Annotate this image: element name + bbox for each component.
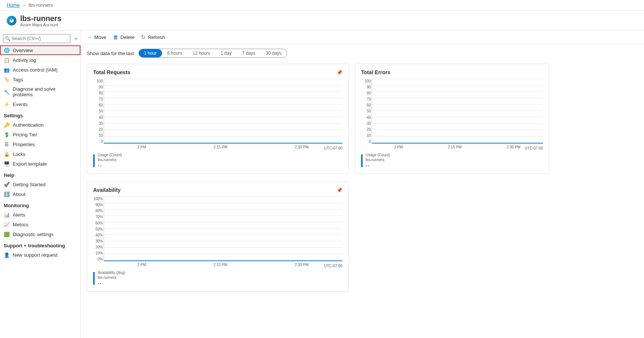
command-bar: →Move 🗑Delete ↻Refresh [81,30,644,44]
legend-value: -- [98,162,122,169]
nav-group-help: Help [0,169,80,179]
nav-label: Access control (IAM) [13,67,58,73]
page-subtitle: Azure Maps Account [20,22,61,27]
availability-card: Availability 📌 100%90%80%70%60%50%40%30%… [87,181,349,292]
sidebar-item-events[interactable]: ⚡Events [0,99,80,109]
nav-icon: 🚀 [4,181,10,187]
nav-label: About [13,191,25,197]
pin-icon[interactable]: 📌 [336,70,342,75]
sidebar-item-tags[interactable]: 🏷️Tags [0,75,80,84]
move-icon: → [87,34,92,40]
total-requests-card: Total Requests 📌 10090807060504030201002… [87,64,349,174]
page-title: lbs-runners [20,14,61,22]
search-icon: 🔍 [5,36,10,41]
legend-color-bar [93,154,95,167]
nav-label: Properties [13,142,35,147]
nav-group-monitoring: Monitoring [0,199,80,210]
nav-label: Locks [13,151,25,157]
nav-label: Pricing Tier [13,132,37,138]
time-option-1-day[interactable]: 1 day [216,49,237,57]
azure-maps-icon [7,16,16,25]
nav-icon: 📊 [4,212,10,218]
time-range-pill: 1 hour6 hours12 hours1 day7 days30 days [138,49,287,58]
time-option-12-hours[interactable]: 12 hours [187,49,216,57]
legend-resource: lbs-runners [366,157,390,162]
sidebar-item-properties[interactable]: ☰Properties [0,139,80,149]
refresh-icon: ↻ [141,34,146,40]
breadcrumb: Home › lbs-runners [0,0,644,10]
resource-header: lbs-runners Azure Maps Account [0,10,644,30]
search-input[interactable] [3,34,70,43]
nav-icon: 🔧 [4,89,10,95]
sidebar-item-activity-log[interactable]: 📋Activity log [0,55,80,65]
legend-value: -- [366,162,390,169]
nav-label: Export template [13,161,47,167]
sidebar-item-locks[interactable]: 🔒Locks [0,149,80,159]
nav-icon: 🖥️ [4,161,10,167]
nav-icon: 🔒 [4,151,10,157]
sidebar-item-alerts[interactable]: 📊Alerts [0,210,80,220]
sidebar: 🔍 « 🌐Overview📋Activity log👥Access contro… [0,30,81,338]
total-errors-chart[interactable]: 10090807060504030201002 PM2:15 PM2:30 PM… [372,79,543,150]
nav-label: Alerts [13,212,25,218]
pin-icon[interactable]: 📌 [336,187,342,193]
sidebar-item-new-support-request[interactable]: 👤New support request [0,250,80,260]
time-range-selector: Show data for the last 1 hour6 hours12 h… [81,44,644,61]
legend-resource: lbs-runners [98,275,125,280]
availability-chart[interactable]: 100%90%80%70%60%50%40%30%20%10%0%2 PM2:1… [104,197,342,268]
nav-group-support-troubleshooting: Support + troubleshooting [0,239,80,250]
nav-icon: 📈 [4,221,10,227]
sidebar-item-access-control-iam-[interactable]: 👥Access control (IAM) [0,65,80,75]
nav-label: Tags [13,77,23,82]
nav-icon: 🌐 [4,47,10,53]
legend-resource: lbs-runners [98,157,122,162]
legend-color-bar [361,154,363,167]
legend-series: Usage (Count) [366,153,390,157]
nav-label: Diagnostic settings [13,232,54,237]
sidebar-item-about[interactable]: ℹ️About [0,189,80,199]
sidebar-item-overview[interactable]: 🌐Overview [0,45,80,55]
delete-button[interactable]: 🗑Delete [113,34,135,40]
nav-label: New support request [13,252,58,258]
time-option-1-hour[interactable]: 1 hour [139,49,162,57]
nav-icon: 💲 [4,132,10,138]
nav-label: Events [13,102,28,107]
breadcrumb-current: lbs-runners [28,2,53,8]
breadcrumb-home[interactable]: Home [7,2,20,8]
sidebar-item-pricing-tier[interactable]: 💲Pricing Tier [0,130,80,139]
sidebar-item-authentication[interactable]: 🔑Authentication [0,120,80,130]
nav-icon: ℹ️ [4,191,10,197]
move-button[interactable]: →Move [87,34,106,40]
time-range-label: Show data for the last [87,51,134,56]
legend-value: -- [98,280,125,287]
nav-icon: ⚡ [4,101,10,107]
legend-color-bar [93,272,95,285]
sidebar-item-diagnose-and-solve-problems[interactable]: 🔧Diagnose and solve problems [0,84,80,99]
collapse-sidebar-button[interactable]: « [75,36,77,41]
sidebar-item-metrics[interactable]: 📈Metrics [0,220,80,229]
total-requests-chart[interactable]: 10090807060504030201002 PM2:15 PM2:30 PM… [104,79,342,150]
nav-icon: 📋 [4,57,10,63]
card-title: Total Errors [361,69,390,75]
card-title: Availability [93,187,120,193]
refresh-button[interactable]: ↻Refresh [141,34,165,40]
sidebar-item-getting-started[interactable]: 🚀Getting Started [0,179,80,189]
time-option-6-hours[interactable]: 6 hours [162,49,187,57]
nav-icon: 🏷️ [4,76,10,82]
nav-label: Metrics [13,222,28,227]
nav-icon: 👥 [4,67,10,73]
total-errors-card: Total Errors 10090807060504030201002 PM2… [355,64,549,174]
time-option-7-days[interactable]: 7 days [237,49,260,57]
sidebar-item-export-template[interactable]: 🖥️Export template [0,159,80,169]
nav-icon: 👤 [4,252,10,258]
nav-icon: 🔑 [4,122,10,128]
main-content: →Move 🗑Delete ↻Refresh Show data for the… [81,30,644,338]
nav-label: Overview [13,48,33,53]
delete-icon: 🗑 [113,34,118,40]
nav-label: Activity log [13,57,36,63]
sidebar-item-diagnostic-settings[interactable]: 🟩Diagnostic settings [0,229,80,239]
nav-label: Getting Started [13,182,45,187]
nav-label: Authentication [13,122,43,128]
time-option-30-days[interactable]: 30 days [260,49,287,57]
nav-icon: ☰ [4,141,10,147]
